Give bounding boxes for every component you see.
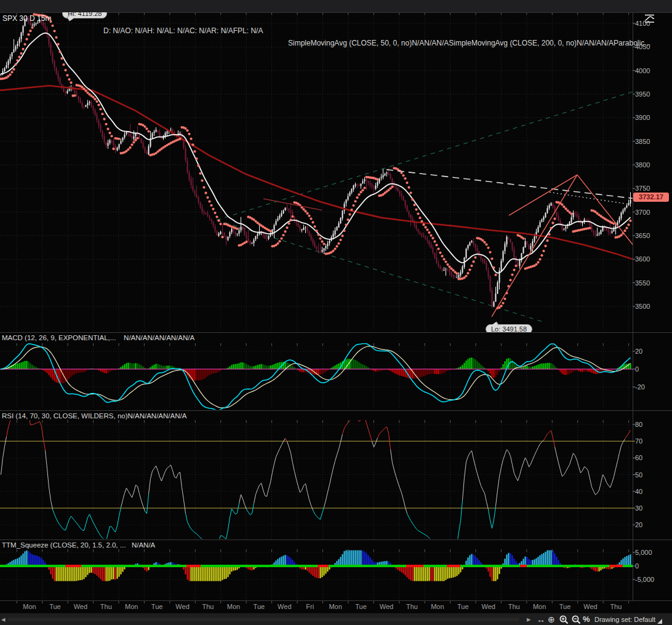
day-label: Tue (355, 603, 367, 610)
price-axis-label: 3700 (635, 208, 650, 217)
ttm-axis-label: 0 (635, 562, 639, 570)
day-label: Wed (380, 603, 393, 610)
price-axis-label: 3900 (635, 113, 650, 122)
macd-axis-label: 0 (635, 365, 639, 373)
trading-platform-chart: { "header": { "symbol": "SPX 30 D 15m", … (0, 0, 672, 625)
macd-axis-label: -20 (635, 383, 645, 391)
ttm-axis-label: -5,000 (635, 575, 654, 584)
day-label: Tue (151, 603, 163, 610)
day-label: Tue (559, 603, 571, 610)
rsi-axis-label: 80 (635, 420, 642, 429)
percent-scale-button[interactable]: % (583, 613, 590, 625)
scroll-right-button[interactable]: ▸ (527, 613, 531, 625)
symbol-label: SPX 30 D 15m (2, 12, 51, 25)
macd-study-label[interactable]: MACD (12, 26, 9, EXPONENTIAL,... N/AN/AN… (2, 334, 194, 341)
day-label: Thu (508, 603, 520, 610)
day-label: Wed (175, 603, 189, 610)
chart-style-icon[interactable] (636, 1, 649, 11)
fit-width-button[interactable]: ↔ (537, 613, 545, 625)
price-axis-label: 3750 (635, 184, 650, 193)
price-axis-label: 4100 (635, 19, 650, 28)
day-label: Wed (583, 603, 597, 610)
scroll-left-button[interactable]: ◂ (1, 613, 6, 625)
chart-canvas[interactable] (0, 0, 672, 625)
zoom-in-button[interactable] (559, 613, 569, 625)
day-label: Mon (23, 603, 36, 610)
day-label: Wed (278, 603, 291, 610)
price-axis-label: 4000 (635, 66, 650, 75)
ttm-axis-label: 5,000 (635, 548, 652, 557)
price-axis-label: 3850 (635, 137, 650, 146)
day-label: Thu (202, 603, 214, 610)
pan-button[interactable]: ⊕ (548, 613, 555, 625)
drawing-set-selector[interactable]: Drawing set: Default (594, 613, 655, 625)
day-label: Thu (610, 603, 622, 610)
rsi-axis-label: 40 (635, 487, 642, 496)
day-label: Mon (329, 603, 342, 610)
day-label: Tue (254, 603, 265, 610)
price-axis-label: 3950 (635, 90, 650, 98)
day-label: Mon (431, 603, 444, 610)
price-axis-label: 3500 (635, 302, 650, 311)
ttm-squeeze-study-label[interactable]: TTM_Squeeze (CLOSE, 20, 1.5, 2.0, ... N/… (2, 541, 155, 549)
ohlc-readout: D: N/AO: N/AH: N/AL: N/AC: N/AR: N/AFPL:… (103, 25, 263, 37)
day-label: Tue (457, 603, 469, 610)
day-label: Mon (227, 603, 240, 610)
day-label: Thu (406, 603, 418, 610)
price-axis-label: 3600 (635, 255, 650, 263)
scrollbar-thumb[interactable] (7, 618, 519, 621)
price-axis-label: 4050 (635, 42, 650, 51)
day-label: Tue (49, 603, 61, 610)
chart-header: SPX 30 D 15m D: N/AO: N/AH: N/AL: N/AC: … (0, 0, 672, 13)
last-price-badge: 3732.17 (633, 193, 669, 202)
day-label: Wed (482, 603, 495, 610)
day-label: Mon (125, 603, 138, 610)
macd-axis-label: 20 (635, 347, 642, 356)
day-label: Fri (306, 603, 314, 610)
studies-readout: SimpleMovingAvg (CLOSE, 50, 0, no)N/AN/A… (288, 37, 650, 49)
rsi-axis-label: 30 (635, 504, 642, 512)
rsi-axis-label: 60 (635, 453, 642, 462)
price-axis-label: 3550 (635, 279, 650, 287)
day-label: Thu (100, 603, 112, 610)
price-axis-label: 3800 (635, 161, 650, 169)
rsi-study-label[interactable]: RSI (14, 70, 30, CLOSE, WILDERS, no)N/AN… (2, 412, 186, 420)
resize-grip[interactable] (657, 619, 662, 624)
rsi-axis-label: 50 (635, 471, 642, 479)
rsi-axis-label: 70 (635, 437, 642, 445)
rsi-axis-label: 20 (635, 520, 642, 529)
zoom-out-button[interactable] (571, 613, 582, 625)
price-axis-label: 3650 (635, 231, 650, 240)
day-label: Mon (533, 603, 546, 610)
day-label: Wed (74, 603, 87, 610)
